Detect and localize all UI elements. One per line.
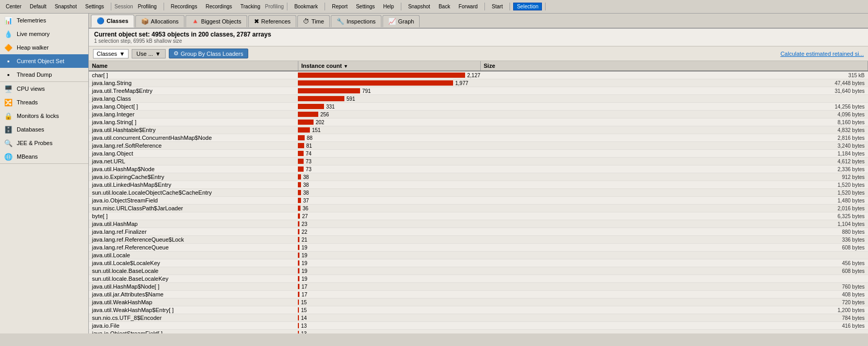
cell-size: 3,240 bytes xyxy=(480,142,867,150)
sidebar-item-cpu-views[interactable]: 🖥️ CPU views xyxy=(0,82,88,96)
center-button[interactable]: Center xyxy=(2,3,25,10)
inspections-tab-icon: 🔧 xyxy=(337,18,344,25)
table-row[interactable]: java.util.Locale$LocaleKey19456 bytes xyxy=(89,259,868,267)
profiling-button[interactable]: Profiling xyxy=(134,3,160,10)
cell-size: 2,016 bytes xyxy=(480,205,867,212)
table-row[interactable]: java.util.HashMap$Node[ ]17760 bytes xyxy=(89,283,868,291)
th-instance-count[interactable]: Instance count ▼ xyxy=(298,61,480,71)
tab-classes[interactable]: 🔵 Classes xyxy=(91,15,134,28)
table-row[interactable]: java.util.WeakHashMap$Entry[ ]151,200 by… xyxy=(89,306,868,314)
table-row[interactable]: java.io.ObjectStreamField371,480 bytes xyxy=(89,197,868,205)
group-by-class-loaders-button[interactable]: ⚙ Group By Class Loaders xyxy=(169,49,248,58)
selection-button[interactable]: Selection xyxy=(513,3,542,10)
tab-references[interactable]: ✖ References xyxy=(248,15,296,27)
table-row[interactable]: java.lang.String[ ]2028,160 bytes xyxy=(89,118,868,126)
bookmark-button[interactable]: Bookmark xyxy=(291,3,321,10)
sidebar-item-monitors-locks[interactable]: 🔒 Monitors & locks xyxy=(0,109,88,123)
default-button[interactable]: Default xyxy=(26,3,50,10)
settings-button[interactable]: Settings xyxy=(82,3,108,10)
start-button[interactable]: Start xyxy=(488,3,506,10)
table-row[interactable]: java.lang.ref.ReferenceQueue$Lock21336 b… xyxy=(89,236,868,244)
table-row[interactable]: java.io.ExpiringCache$Entry38912 bytes xyxy=(89,173,868,181)
classes-dropdown[interactable]: Classes ▼ xyxy=(93,49,129,58)
table-row[interactable]: java.io.File13416 bytes xyxy=(89,322,868,330)
back-button[interactable]: Back xyxy=(435,3,454,10)
cell-size: 608 bytes xyxy=(480,267,867,275)
tab-inspections[interactable]: 🔧 Inspections xyxy=(331,15,381,27)
tab-graph[interactable]: 📈 Graph xyxy=(383,15,420,27)
live-memory-icon: 💧 xyxy=(4,30,13,38)
sidebar-item-heap-walker[interactable]: 🔶 Heap walker xyxy=(0,41,88,54)
table-row[interactable]: java.util.HashMap231,104 bytes xyxy=(89,220,868,228)
table-row[interactable]: char[ ]2,127315 kB xyxy=(89,71,868,79)
cell-name: java.lang.Object[ ] xyxy=(89,103,298,111)
tab-biggest-objects[interactable]: 🔺 Biggest Objects xyxy=(186,15,247,27)
cell-size: 760 bytes xyxy=(480,283,867,291)
table-row[interactable]: java.util.Locale19 xyxy=(89,252,868,259)
cell-size xyxy=(480,252,867,259)
sidebar-item-live-memory[interactable]: 💧 Live memory xyxy=(0,27,88,41)
tab-allocations[interactable]: 📦 Allocations xyxy=(135,15,184,27)
table-row[interactable]: java.lang.ref.SoftReference813,240 bytes xyxy=(89,142,868,150)
table-row[interactable]: java.lang.ref.ReferenceQueue19608 bytes xyxy=(89,244,868,252)
th-size[interactable]: Size xyxy=(480,61,867,71)
jee-probes-icon: 🔍 xyxy=(4,139,13,147)
table-row[interactable]: java.lang.Object[ ]33114,256 bytes xyxy=(89,103,868,111)
cell-name: byte[ ] xyxy=(89,212,298,220)
sidebar-item-telemetries[interactable]: 📊 Telemetries xyxy=(0,14,88,27)
table-row[interactable]: byte[ ]276,325 bytes xyxy=(89,212,868,220)
report-button[interactable]: Report xyxy=(328,3,351,10)
recordings2-button[interactable]: Recordings xyxy=(202,3,236,10)
table-row[interactable]: java.lang.ref.Finalizer22880 bytes xyxy=(89,228,868,236)
table-row[interactable]: java.util.TreeMap$Entry79131,640 bytes xyxy=(89,87,868,95)
use-button[interactable]: Use ... ▼ xyxy=(132,49,166,58)
table-row[interactable]: java.io.ObjectStreamField[ ]13 xyxy=(89,330,868,334)
tracking-button[interactable]: Tracking xyxy=(237,3,264,10)
sidebar-item-databases[interactable]: 🗄️ Databases xyxy=(0,123,88,136)
table-row[interactable]: java.lang.Integer2564,096 bytes xyxy=(89,111,868,118)
cell-count: 19 xyxy=(298,252,480,259)
th-name[interactable]: Name xyxy=(89,61,298,71)
help-button[interactable]: Help xyxy=(379,3,398,10)
table-row[interactable]: java.lang.String1,97747,448 bytes xyxy=(89,79,868,87)
tab-references-label: References xyxy=(261,18,291,25)
table-row[interactable]: java.util.jar.Attributes$Name17408 bytes xyxy=(89,291,868,299)
sidebar-item-mbeans[interactable]: 🌐 MBeans xyxy=(0,150,88,163)
table-row[interactable]: sun.util.locale.BaseLocaleKey19 xyxy=(89,275,868,283)
cell-count: 73 xyxy=(298,158,480,165)
sidebar-item-threads[interactable]: 🔀 Threads xyxy=(0,96,88,109)
snapshot2-button[interactable]: Snapshot xyxy=(404,3,434,10)
table-container[interactable]: Name Instance count ▼ Size char[ ]2,1273… xyxy=(89,61,868,333)
calculate-retained-link[interactable]: Calculate estimated retained si... xyxy=(780,51,864,57)
table-row[interactable]: java.lang.Object741,184 bytes xyxy=(89,150,868,158)
table-row[interactable]: java.util.Hashtable$Entry1514,832 bytes xyxy=(89,126,868,134)
forward-button[interactable]: Forward xyxy=(455,3,481,10)
snapshot-button[interactable]: Snapshot xyxy=(51,3,80,10)
cell-name: java.io.ObjectStreamField xyxy=(89,197,298,205)
cell-size: 4,832 bytes xyxy=(480,126,867,134)
tab-bar: 🔵 Classes 📦 Allocations 🔺 Biggest Object… xyxy=(89,14,868,29)
toolbar-group-session: Session Profiling xyxy=(114,3,164,10)
sidebar-item-thread-dump[interactable]: ▪ Thread Dump xyxy=(0,68,88,81)
table-row[interactable]: java.util.concurrent.ConcurrentHashMap$N… xyxy=(89,134,868,142)
filter-bar: Classes ▼ Use ... ▼ ⚙ Group By Class Loa… xyxy=(89,46,868,61)
settings2-button[interactable]: Settings xyxy=(352,3,378,10)
cell-name: java.lang.String xyxy=(89,79,298,87)
table-row[interactable]: java.util.WeakHashMap15720 bytes xyxy=(89,299,868,306)
toolbar-group-recordings: Recordings Recordings Tracking Profiling xyxy=(167,3,287,10)
table-row[interactable]: java.util.HashMap$Node732,336 bytes xyxy=(89,165,868,173)
cell-size: 408 bytes xyxy=(480,291,867,299)
sidebar-item-jee-probes[interactable]: 🔍 JEE & Probes xyxy=(0,136,88,150)
table-row[interactable]: sun.misc.URLClassPath$JarLoader362,016 b… xyxy=(89,205,868,212)
table-row[interactable]: sun.util.locale.LocaleObjectCache$CacheE… xyxy=(89,189,868,197)
table-row[interactable]: sun.nio.cs.UTF_8$Encoder14784 bytes xyxy=(89,314,868,322)
recordings-button[interactable]: Recordings xyxy=(167,3,201,10)
cell-name: java.util.concurrent.ConcurrentHashMap$N… xyxy=(89,134,298,142)
tab-biggest-objects-label: Biggest Objects xyxy=(201,18,241,25)
table-row[interactable]: java.net.URL734,612 bytes xyxy=(89,158,868,165)
sidebar-item-current-object-set[interactable]: ▪ Current Object Set xyxy=(0,54,88,68)
table-row[interactable]: java.lang.Class591 xyxy=(89,95,868,103)
table-row[interactable]: java.util.LinkedHashMap$Entry381,520 byt… xyxy=(89,181,868,189)
tab-time[interactable]: ⏱ Time xyxy=(297,15,330,27)
table-row[interactable]: sun.util.locale.BaseLocale19608 bytes xyxy=(89,267,868,275)
